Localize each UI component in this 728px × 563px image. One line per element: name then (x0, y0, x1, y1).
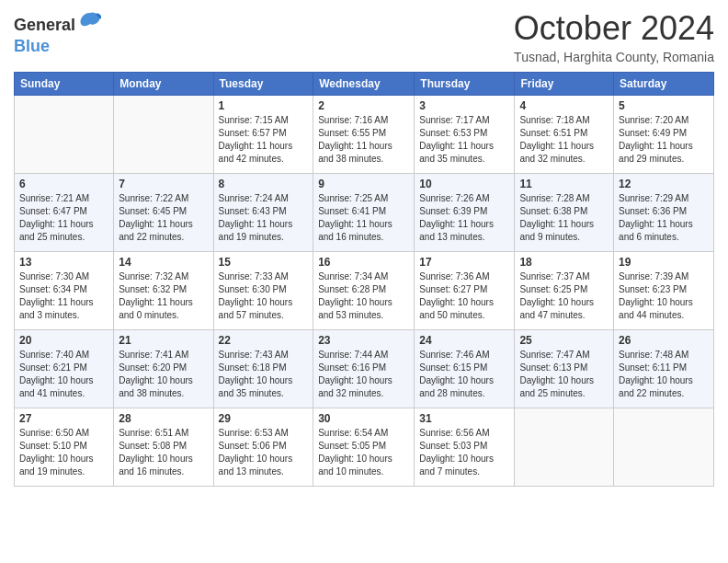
day-number: 19 (619, 256, 709, 269)
day-info: Sunrise: 7:40 AM Sunset: 6:21 PM Dayligh… (19, 349, 108, 400)
day-number: 9 (318, 178, 409, 190)
table-row (114, 96, 213, 174)
day-info: Sunrise: 6:51 AM Sunset: 5:08 PM Dayligh… (119, 427, 208, 478)
day-number: 11 (519, 178, 609, 190)
table-row: 29Sunrise: 6:53 AM Sunset: 5:06 PM Dayli… (213, 408, 313, 487)
table-row: 18Sunrise: 7:37 AM Sunset: 6:25 PM Dayli… (515, 252, 614, 330)
weekday-header-row: Sunday Monday Tuesday Wednesday Thursday… (15, 73, 714, 96)
table-row: 13Sunrise: 7:30 AM Sunset: 6:34 PM Dayli… (15, 252, 114, 330)
day-number: 21 (119, 334, 208, 347)
table-row: 14Sunrise: 7:32 AM Sunset: 6:32 PM Dayli… (114, 252, 213, 330)
logo-blue-text: Blue (14, 37, 50, 56)
day-info: Sunrise: 7:17 AM Sunset: 6:53 PM Dayligh… (419, 114, 509, 166)
day-info: Sunrise: 7:46 AM Sunset: 6:15 PM Dayligh… (419, 349, 509, 400)
table-row: 4Sunrise: 7:18 AM Sunset: 6:51 PM Daylig… (515, 96, 614, 174)
day-info: Sunrise: 7:28 AM Sunset: 6:38 PM Dayligh… (519, 192, 609, 244)
day-number: 3 (419, 99, 509, 112)
day-number: 10 (419, 178, 509, 190)
header-friday: Friday (515, 73, 614, 96)
table-row: 15Sunrise: 7:33 AM Sunset: 6:30 PM Dayli… (213, 252, 313, 330)
header-saturday: Saturday (614, 73, 714, 96)
day-number: 12 (619, 178, 709, 190)
table-row: 24Sunrise: 7:46 AM Sunset: 6:15 PM Dayli… (415, 330, 515, 408)
day-info: Sunrise: 7:22 AM Sunset: 6:45 PM Dayligh… (119, 192, 208, 244)
day-number: 14 (119, 256, 208, 269)
table-row: 20Sunrise: 7:40 AM Sunset: 6:21 PM Dayli… (15, 330, 114, 408)
calendar-week-row: 1Sunrise: 7:15 AM Sunset: 6:57 PM Daylig… (15, 96, 714, 174)
day-info: Sunrise: 7:15 AM Sunset: 6:57 PM Dayligh… (219, 114, 309, 166)
day-number: 8 (219, 178, 309, 190)
table-row (15, 96, 114, 174)
location-title: Tusnad, Harghita County, Romania (514, 50, 714, 64)
day-info: Sunrise: 6:50 AM Sunset: 5:10 PM Dayligh… (19, 427, 108, 478)
day-number: 4 (519, 99, 609, 112)
header-sunday: Sunday (15, 73, 114, 96)
day-number: 6 (19, 178, 108, 190)
calendar-week-row: 6Sunrise: 7:21 AM Sunset: 6:47 PM Daylig… (15, 174, 714, 252)
calendar-week-row: 20Sunrise: 7:40 AM Sunset: 6:21 PM Dayli… (15, 330, 714, 408)
table-row: 23Sunrise: 7:44 AM Sunset: 6:16 PM Dayli… (313, 330, 415, 408)
day-number: 30 (318, 412, 409, 425)
day-info: Sunrise: 7:18 AM Sunset: 6:51 PM Dayligh… (519, 114, 609, 166)
day-number: 16 (318, 256, 409, 269)
calendar-week-row: 13Sunrise: 7:30 AM Sunset: 6:34 PM Dayli… (15, 252, 714, 330)
calendar-page: General Blue October 2024 Tusnad, Harghi… (0, 0, 728, 563)
table-row: 11Sunrise: 7:28 AM Sunset: 6:38 PM Dayli… (515, 174, 614, 252)
day-info: Sunrise: 6:53 AM Sunset: 5:06 PM Dayligh… (219, 427, 309, 478)
day-info: Sunrise: 7:30 AM Sunset: 6:34 PM Dayligh… (19, 270, 108, 322)
day-info: Sunrise: 7:37 AM Sunset: 6:25 PM Dayligh… (519, 270, 609, 322)
day-number: 31 (419, 412, 509, 425)
day-info: Sunrise: 7:36 AM Sunset: 6:27 PM Dayligh… (419, 270, 509, 322)
day-info: Sunrise: 7:48 AM Sunset: 6:11 PM Dayligh… (619, 349, 709, 400)
table-row: 21Sunrise: 7:41 AM Sunset: 6:20 PM Dayli… (114, 330, 213, 408)
month-title: October 2024 (514, 9, 714, 48)
day-info: Sunrise: 7:39 AM Sunset: 6:23 PM Dayligh… (619, 270, 709, 322)
day-info: Sunrise: 7:26 AM Sunset: 6:39 PM Dayligh… (419, 192, 509, 244)
table-row: 16Sunrise: 7:34 AM Sunset: 6:28 PM Dayli… (313, 252, 415, 330)
day-number: 26 (619, 334, 709, 347)
logo-general-text: General (14, 16, 75, 35)
table-row: 2Sunrise: 7:16 AM Sunset: 6:55 PM Daylig… (313, 96, 415, 174)
day-number: 2 (318, 99, 409, 112)
header-thursday: Thursday (415, 73, 515, 96)
day-number: 18 (519, 256, 609, 269)
table-row: 22Sunrise: 7:43 AM Sunset: 6:18 PM Dayli… (213, 330, 313, 408)
day-info: Sunrise: 7:24 AM Sunset: 6:43 PM Dayligh… (219, 192, 309, 244)
logo-bird-icon (77, 9, 103, 40)
day-info: Sunrise: 7:32 AM Sunset: 6:32 PM Dayligh… (119, 270, 208, 322)
table-row: 7Sunrise: 7:22 AM Sunset: 6:45 PM Daylig… (114, 174, 213, 252)
table-row (614, 408, 714, 487)
table-row: 9Sunrise: 7:25 AM Sunset: 6:41 PM Daylig… (313, 174, 415, 252)
day-number: 13 (19, 256, 108, 269)
table-row: 5Sunrise: 7:20 AM Sunset: 6:49 PM Daylig… (614, 96, 714, 174)
day-info: Sunrise: 6:56 AM Sunset: 5:03 PM Dayligh… (419, 427, 509, 478)
day-number: 23 (318, 334, 409, 347)
day-info: Sunrise: 7:20 AM Sunset: 6:49 PM Dayligh… (619, 114, 709, 166)
day-info: Sunrise: 7:25 AM Sunset: 6:41 PM Dayligh… (318, 192, 409, 244)
day-number: 15 (219, 256, 309, 269)
day-number: 24 (419, 334, 509, 347)
table-row: 12Sunrise: 7:29 AM Sunset: 6:36 PM Dayli… (614, 174, 714, 252)
table-row: 31Sunrise: 6:56 AM Sunset: 5:03 PM Dayli… (415, 408, 515, 487)
table-row: 10Sunrise: 7:26 AM Sunset: 6:39 PM Dayli… (415, 174, 515, 252)
table-row: 25Sunrise: 7:47 AM Sunset: 6:13 PM Dayli… (515, 330, 614, 408)
day-info: Sunrise: 7:43 AM Sunset: 6:18 PM Dayligh… (219, 349, 309, 400)
day-info: Sunrise: 7:47 AM Sunset: 6:13 PM Dayligh… (519, 349, 609, 400)
table-row: 27Sunrise: 6:50 AM Sunset: 5:10 PM Dayli… (15, 408, 114, 487)
table-row: 26Sunrise: 7:48 AM Sunset: 6:11 PM Dayli… (614, 330, 714, 408)
logo: General Blue (14, 9, 103, 56)
day-info: Sunrise: 7:41 AM Sunset: 6:20 PM Dayligh… (119, 349, 208, 400)
table-row: 6Sunrise: 7:21 AM Sunset: 6:47 PM Daylig… (15, 174, 114, 252)
day-number: 7 (119, 178, 208, 190)
table-row: 3Sunrise: 7:17 AM Sunset: 6:53 PM Daylig… (415, 96, 515, 174)
day-number: 17 (419, 256, 509, 269)
day-info: Sunrise: 6:54 AM Sunset: 5:05 PM Dayligh… (318, 427, 409, 478)
header-monday: Monday (114, 73, 213, 96)
day-info: Sunrise: 7:44 AM Sunset: 6:16 PM Dayligh… (318, 349, 409, 400)
day-info: Sunrise: 7:29 AM Sunset: 6:36 PM Dayligh… (619, 192, 709, 244)
table-row: 19Sunrise: 7:39 AM Sunset: 6:23 PM Dayli… (614, 252, 714, 330)
header: General Blue October 2024 Tusnad, Harghi… (14, 9, 714, 64)
day-number: 29 (219, 412, 309, 425)
day-number: 27 (19, 412, 108, 425)
calendar-table: Sunday Monday Tuesday Wednesday Thursday… (14, 72, 714, 487)
